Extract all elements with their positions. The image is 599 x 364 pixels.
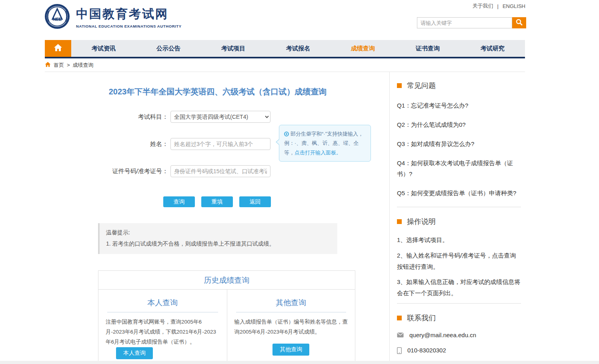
breadcrumb: 首页 > 成绩查询 — [45, 58, 525, 72]
open-input-panel-link[interactable]: 点击打开输入面板。 — [294, 150, 341, 156]
sidebar: 常见问题 Q1：忘记准考证号怎么办? Q2：为什么笔试成绩为0? Q3：如对成绩… — [389, 72, 525, 364]
other-query-rule — [236, 312, 347, 312]
notice-title: 温馨提示: — [106, 229, 332, 236]
breadcrumb-separator: > — [67, 62, 70, 68]
self-query-desc: 注册中国教育考试网账号，查询2005年6月-2023年6月考试成绩，下载2021… — [106, 317, 220, 359]
subject-label: 考试科目： — [98, 113, 168, 121]
history-query-box: 历史成绩查询 本人查询 注册中国教育考试网账号，查询2005年6月-2023年6… — [98, 270, 355, 364]
search-bar — [417, 17, 526, 28]
faq-list: Q1：忘记准考证号怎么办? Q2：为什么笔试成绩为0? Q3：如对成绩有异议怎么… — [397, 100, 521, 198]
nav-item-certificate-query[interactable]: 证书查询 — [395, 40, 460, 57]
notice-box: 温馨提示: 1. 若考生的口试成绩为不合格，则成绩报告单上不报道其口试成绩。 — [98, 223, 337, 254]
instructions-list: 1、选择考试项目。 2、输入姓名和证件号码/准考证号，点击查询按钮进行查询。 3… — [397, 234, 521, 299]
self-query-desc-text: 注册中国教育考试网账号，查询2005年6月-2023年6月考试成绩，下载2021… — [106, 319, 216, 345]
faq-item-q4[interactable]: Q4：如何获取本次考试电子成绩报告单（证书）? — [397, 158, 521, 179]
site-header: NEE 中国教育考试网 NATIONAL EDUCATION EXAMINATI… — [0, 0, 599, 40]
orange-square-icon — [397, 219, 402, 224]
contact-title: 联系我们 — [407, 313, 436, 323]
instruction-step-3: 3、如果输入信息正确，对应考试的成绩信息将会在下一个页面列出。 — [397, 276, 521, 299]
self-query-rule — [107, 312, 218, 312]
phone-icon — [397, 347, 402, 355]
neea-logo-icon: NEE — [44, 3, 70, 31]
faq-item-q3[interactable]: Q3：如对成绩有异议怎么办? — [397, 138, 521, 149]
breadcrumb-current: 成绩查询 — [73, 62, 94, 69]
other-query-column: 其他查询 输入成绩报告单（证书）编号和姓名等信息，查询2005年6月-2023年… — [227, 290, 355, 364]
other-query-title: 其他查询 — [234, 298, 348, 308]
contact-header: 联系我们 — [397, 313, 521, 323]
subject-row: 考试科目： 全国大学英语四级考试(CET4) — [98, 111, 337, 123]
nav-item-exam-news[interactable]: 考试资讯 — [71, 40, 136, 57]
back-button[interactable]: 返回 — [239, 196, 271, 207]
rare-character-tooltip: 部分生僻字和“·”支持快捷输入，例：·、龚、枫、䜣、惪、瑆、仝等，点击打开输入面… — [279, 125, 371, 162]
instructions-title: 操作说明 — [407, 217, 436, 226]
faq-item-q1[interactable]: Q1：忘记准考证号怎么办? — [397, 100, 521, 111]
main-nav: 考试资讯 公示公告 考试项目 考试报名 成绩查询 证书查询 考试研究 — [45, 40, 525, 58]
faq-item-q2[interactable]: Q2：为什么笔试成绩为0? — [397, 119, 521, 130]
contact-phone-row: 010-83020302 — [397, 347, 521, 355]
history-title: 历史成绩查询 — [98, 271, 355, 290]
mail-icon — [397, 332, 404, 339]
content: 2023年下半年全国大学英语四、六级考试（含口试）成绩查询 考试科目： 全国大学… — [45, 72, 525, 364]
contact-email-row: query@mail.neea.edu.cn — [397, 332, 521, 339]
page-title: 2023年下半年全国大学英语四、六级考试（含口试）成绩查询 — [98, 86, 337, 97]
id-number-input[interactable] — [170, 165, 270, 177]
faq-header: 常见问题 — [397, 81, 521, 90]
breadcrumb-home-icon — [45, 62, 51, 68]
top-links: 关于我们 | ENGLISH — [473, 2, 525, 10]
name-label: 姓名： — [98, 140, 168, 148]
contact-email: query@mail.neea.edu.cn — [409, 332, 476, 338]
id-row: 证件号码/准考证号： — [98, 165, 337, 177]
faq-item-q5[interactable]: Q5：如何变更成绩报告单（证书）申请种类? — [397, 188, 521, 198]
instructions-header: 操作说明 — [397, 217, 521, 226]
query-button[interactable]: 查询 — [163, 196, 195, 207]
other-query-button-wrap: 其他查询 — [234, 344, 348, 356]
nav-item-exam-research[interactable]: 考试研究 — [460, 40, 525, 57]
site-logo[interactable]: NEE 中国教育考试网 NATIONAL EDUCATION EXAMINATI… — [44, 3, 182, 31]
search-button[interactable] — [512, 17, 526, 28]
sidebar-divider-1 — [397, 207, 521, 207]
other-query-desc: 输入成绩报告单（证书）编号和姓名等信息，查询2005年6月-2023年6月考试成… — [234, 317, 348, 337]
english-link[interactable]: ENGLISH — [503, 3, 525, 9]
search-icon — [516, 19, 523, 27]
about-us-link[interactable]: 关于我们 — [473, 2, 493, 10]
contact-list: query@mail.neea.edu.cn 010-83020302 — [397, 332, 521, 364]
faq-title: 常见问题 — [407, 81, 436, 90]
reset-button[interactable]: 重填 — [201, 196, 233, 207]
history-columns: 本人查询 注册中国教育考试网账号，查询2005年6月-2023年6月考试成绩，下… — [98, 290, 355, 364]
orange-square-icon — [397, 83, 402, 88]
contact-phone: 010-83020302 — [407, 347, 446, 354]
instruction-step-2: 2、输入姓名和证件号码/准考证号，点击查询按钮进行查询。 — [397, 250, 521, 272]
home-icon — [54, 44, 62, 53]
nav-item-registration[interactable]: 考试报名 — [266, 40, 331, 57]
instruction-step-1: 1、选择考试项目。 — [397, 234, 521, 246]
name-row: 姓名： 部分生僻字和“·”支持快捷输入，例：·、龚、枫、䜣、惪、瑆、仝等，点击打… — [98, 138, 337, 150]
nav-item-score-query[interactable]: 成绩查询 — [331, 40, 395, 57]
notice-line: 1. 若考生的口试成绩为不合格，则成绩报告单上不报道其口试成绩。 — [106, 240, 332, 248]
svg-text:NEE: NEE — [53, 17, 62, 22]
logo-subtitle: NATIONAL EDUCATION EXAMINATIONS AUTHORIT… — [76, 24, 182, 28]
breadcrumb-home[interactable]: 首页 — [54, 62, 64, 69]
orange-square-icon — [397, 316, 402, 320]
logo-text: 中国教育考试网 NATIONAL EDUCATION EXAMINATIONS … — [76, 6, 182, 28]
radio-dot-icon — [284, 132, 289, 136]
search-input[interactable] — [417, 17, 512, 28]
nav-item-announcements[interactable]: 公示公告 — [136, 40, 201, 57]
main-panel: 2023年下半年全国大学英语四、六级考试（含口试）成绩查询 考试科目： 全国大学… — [45, 72, 389, 364]
id-label: 证件号码/准考证号： — [98, 168, 168, 175]
form-buttons: 查询 重填 返回 — [163, 196, 337, 207]
sidebar-divider-2 — [397, 303, 521, 304]
logo-title: 中国教育考试网 — [76, 6, 182, 22]
self-query-button[interactable]: 本人查询 — [116, 347, 153, 359]
self-query-title: 本人查询 — [106, 298, 220, 308]
footer-strip — [0, 361, 599, 364]
self-query-column: 本人查询 注册中国教育考试网账号，查询2005年6月-2023年6月考试成绩，下… — [98, 290, 227, 364]
other-query-button[interactable]: 其他查询 — [272, 344, 309, 356]
top-links-separator: | — [497, 3, 499, 9]
nav-home-button[interactable] — [45, 40, 71, 57]
name-input[interactable] — [170, 138, 270, 150]
exam-subject-select[interactable]: 全国大学英语四级考试(CET4) — [170, 111, 270, 123]
nav-item-exam-programs[interactable]: 考试项目 — [201, 40, 266, 57]
